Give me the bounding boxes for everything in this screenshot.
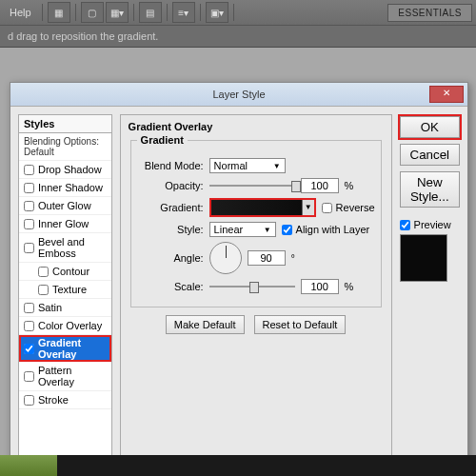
tool-dropdown[interactable]: ≡▾ (172, 2, 195, 23)
align-checkbox[interactable] (282, 225, 292, 235)
effect-inner-shadow[interactable]: Inner Shadow (19, 179, 111, 197)
reverse-checkbox[interactable] (322, 203, 332, 213)
scale-slider[interactable] (209, 286, 295, 288)
scale-label: Scale: (137, 281, 204, 292)
preview-swatch (400, 234, 447, 282)
preview-checkbox[interactable] (400, 220, 410, 230)
effect-bevel-emboss[interactable]: Bevel and Emboss (19, 233, 111, 263)
effect-stroke[interactable]: Stroke (19, 391, 111, 409)
style-select[interactable]: Linear▼ (209, 222, 276, 237)
effect-checkbox[interactable] (24, 201, 34, 211)
blending-options-row[interactable]: Blending Options: Default (19, 133, 111, 161)
workspace-switcher[interactable]: ESSENTIALS (387, 4, 472, 22)
effect-contour[interactable]: Contour (19, 263, 111, 281)
effect-pattern-overlay[interactable]: Pattern Overlay (19, 362, 111, 391)
effect-texture[interactable]: Texture (19, 281, 111, 299)
dialog-titlebar[interactable]: Layer Style ✕ (10, 83, 467, 107)
ok-button[interactable]: OK (400, 116, 460, 138)
effect-checkbox[interactable] (24, 183, 34, 193)
taskbar-tab[interactable] (0, 455, 57, 476)
effect-checkbox[interactable] (24, 165, 34, 175)
new-style-button[interactable]: New Style... (400, 171, 460, 208)
style-label: Style: (137, 224, 204, 235)
dialog-title: Layer Style (212, 89, 265, 100)
subsection-label: Gradient (137, 134, 188, 146)
effect-checkbox[interactable] (24, 243, 34, 253)
tool-icon[interactable]: ▤ (139, 2, 162, 23)
effect-color-overlay[interactable]: Color Overlay (19, 317, 111, 335)
effect-checkbox[interactable] (38, 267, 49, 277)
tool-dropdown[interactable]: ▣▾ (206, 2, 228, 23)
options-bar: d drag to reposition the gradient. (0, 25, 476, 48)
hint-text: d drag to reposition the gradient. (8, 30, 158, 42)
pct-label: % (345, 180, 354, 191)
section-title: Gradient Overlay (129, 121, 384, 132)
chevron-down-icon[interactable]: ▼ (302, 200, 314, 215)
make-default-button[interactable]: Make Default (166, 315, 245, 334)
effect-drop-shadow[interactable]: Drop Shadow (19, 161, 111, 179)
effect-satin[interactable]: Satin (19, 299, 111, 317)
align-label: Align with Layer (296, 224, 370, 235)
gradient-picker[interactable]: ▼ (209, 198, 316, 217)
menu-help[interactable]: Help (10, 7, 31, 18)
styles-header[interactable]: Styles (18, 114, 112, 133)
preview-label: Preview (414, 219, 451, 230)
slider-thumb[interactable] (249, 282, 259, 293)
tool-icon[interactable]: ▦ (48, 2, 70, 23)
effect-checkbox[interactable] (24, 321, 34, 331)
close-icon[interactable]: ✕ (429, 86, 464, 103)
pct-label: % (345, 281, 354, 292)
effect-checkbox[interactable] (38, 285, 49, 295)
effect-checkbox[interactable] (24, 395, 34, 406)
taskbar (0, 455, 476, 476)
cancel-button[interactable]: Cancel (400, 144, 460, 166)
chevron-down-icon: ▼ (273, 162, 281, 170)
effect-outer-glow[interactable]: Outer Glow (19, 197, 111, 215)
blendmode-label: Blend Mode: (137, 160, 204, 171)
effect-checkbox[interactable] (24, 344, 34, 354)
opacity-slider[interactable] (209, 185, 295, 187)
opacity-label: Opacity: (137, 180, 204, 191)
layer-style-dialog: Layer Style ✕ Styles Blending Options: D… (10, 82, 468, 468)
tool-dropdown[interactable]: ▦▾ (106, 2, 129, 23)
chevron-down-icon: ▼ (264, 226, 271, 234)
opacity-input[interactable]: 100 (301, 178, 339, 193)
effect-gradient-overlay[interactable]: Gradient Overlay (19, 335, 111, 362)
gradient-label: Gradient: (137, 202, 204, 213)
app-toolbar: Help ▦ ▢ ▦▾ ▤ ≡▾ ▣▾ ESSENTIALS (0, 0, 476, 25)
angle-input[interactable]: 90 (248, 250, 286, 266)
angle-label: Angle: (137, 252, 204, 264)
effect-inner-glow[interactable]: Inner Glow (19, 215, 111, 233)
reset-default-button[interactable]: Reset to Default (254, 315, 347, 334)
effect-checkbox[interactable] (24, 219, 34, 229)
tool-icon[interactable]: ▢ (81, 2, 104, 23)
effects-list: Blending Options: Default Drop Shadow In… (18, 133, 112, 460)
effect-checkbox[interactable] (24, 303, 34, 313)
scale-input[interactable]: 100 (301, 279, 339, 294)
effect-checkbox[interactable] (24, 371, 34, 382)
blendmode-select[interactable]: Normal▼ (209, 158, 286, 173)
deg-label: ° (291, 252, 295, 264)
angle-dial[interactable] (209, 242, 242, 274)
reverse-label: Reverse (336, 202, 375, 213)
slider-thumb[interactable] (291, 181, 301, 192)
